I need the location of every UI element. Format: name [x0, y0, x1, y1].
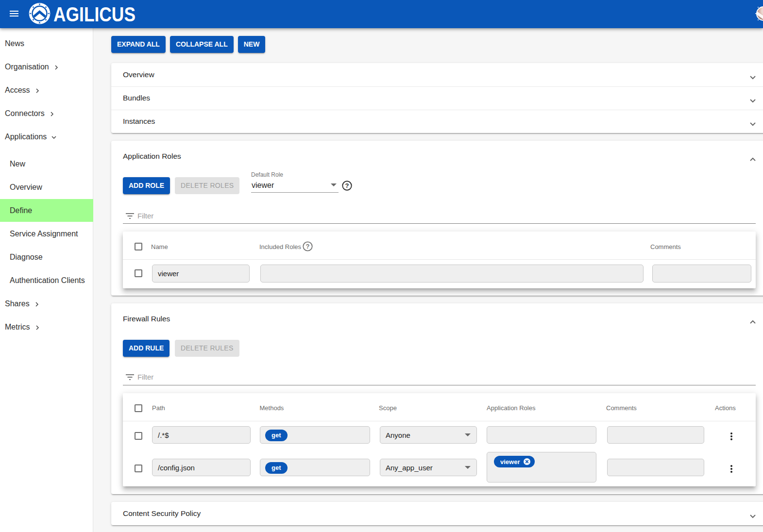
- svg-text:AGILICUS: AGILICUS: [53, 3, 136, 25]
- svg-text:?: ?: [345, 182, 349, 189]
- svg-text:?: ?: [306, 243, 310, 250]
